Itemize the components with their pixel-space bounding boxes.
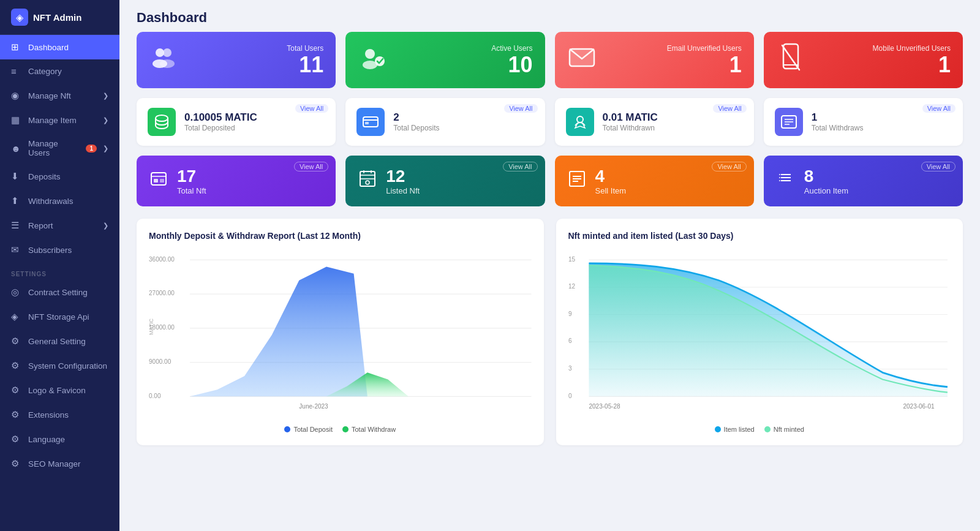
chart2-svg: 15 12 9 6 3 0 (568, 249, 951, 421)
action-label-sell-item: Sell Item (595, 186, 742, 195)
sidebar-item-deposits[interactable]: ⬇ Deposits (0, 164, 119, 189)
view-all-deposits[interactable]: View All (504, 104, 537, 113)
sidebar-item-label: NFT Storage Api (28, 312, 108, 322)
svg-point-3 (160, 59, 175, 68)
view-all-deposited[interactable]: View All (295, 104, 328, 113)
sidebar-item-dashboard[interactable]: ⊞ Dashboard (0, 35, 119, 59)
legend-label-listed: Item listed (724, 426, 755, 433)
sidebar-item-label: General Setting (28, 337, 108, 346)
stat-value-mobile-unverified: 1 (815, 54, 951, 76)
withdrawals-icon: ⬆ (11, 195, 22, 206)
logo-icon: ◈ (11, 9, 28, 26)
svg-text:June-2023: June-2023 (299, 403, 328, 410)
svg-text:36000.00: 36000.00 (149, 256, 175, 263)
svg-text:0.00: 0.00 (149, 393, 161, 399)
sidebar-item-label: SEO Manager (28, 459, 108, 469)
sidebar-item-category[interactable]: ≡ Category (0, 59, 119, 83)
dashboard-content: Total Users 11 Active Users 10 (119, 32, 980, 531)
sidebar-item-label: Language (28, 435, 108, 444)
svg-text:15: 15 (568, 256, 576, 263)
chevron-right-icon: ❯ (103, 92, 108, 100)
svg-text:MATIC: MATIC (149, 318, 154, 335)
sidebar-item-subscribers[interactable]: ✉ Subscribers (0, 238, 119, 262)
info-value-deposits: 2 (393, 111, 533, 124)
sidebar-item-manage-item[interactable]: ▦ Manage Item ❯ (0, 108, 119, 132)
system-config-icon: ⚙ (11, 360, 22, 371)
action-label-auction-item: Auction Item (804, 186, 951, 195)
chevron-right-icon: ❯ (103, 116, 108, 124)
action-card-total-nft: 17 Total Nft View All (137, 156, 336, 206)
legend-label-withdraw: Total Withdraw (352, 426, 396, 433)
sidebar-item-label: Category (28, 67, 108, 76)
view-all-total-nft[interactable]: View All (294, 162, 328, 171)
legend-label-minted: Nft minted (774, 426, 804, 433)
sidebar-item-label: Manage Nft (28, 91, 97, 100)
svg-point-28 (366, 181, 369, 184)
chart-nft-minted-listed: Nft minted and item listed (Last 30 Days… (556, 219, 963, 445)
svg-rect-21 (151, 173, 166, 185)
chevron-right-icon: ❯ (103, 145, 108, 153)
sidebar-item-extensions[interactable]: ⚙ Extensions (0, 402, 119, 427)
sidebar-item-manage-users[interactable]: ☻ Manage Users 1 ❯ (0, 132, 119, 164)
svg-text:2023-06-01: 2023-06-01 (903, 403, 935, 410)
info-value-deposited: 0.10005 MATIC (184, 111, 325, 124)
sell-item-icon (567, 169, 587, 193)
svg-point-16 (577, 116, 583, 122)
view-all-withdrawn[interactable]: View All (713, 104, 746, 113)
legend-dot-deposit (284, 426, 290, 432)
deposited-icon (148, 108, 176, 136)
sidebar-item-language[interactable]: ⚙ Language (0, 427, 119, 451)
info-label-deposited: Total Deposited (184, 124, 325, 132)
legend-dot-minted (764, 426, 771, 432)
sidebar-item-label: Dashboard (28, 43, 108, 52)
view-all-sell-item[interactable]: View All (712, 162, 746, 171)
sidebar-logo: ◈ NFT Admin (0, 0, 119, 35)
chart1-area: 36000.00 27000.00 18000.00 9000.00 0.00 … (149, 249, 532, 421)
chart2-area: 15 12 9 6 3 0 (568, 249, 951, 421)
info-label-withdraws: Total Withdraws (812, 124, 952, 132)
chart2-legend: Item listed Nft minted (568, 426, 951, 433)
sidebar: ◈ NFT Admin ⊞ Dashboard ≡ Category ◉ Man… (0, 0, 119, 531)
view-all-listed-nft[interactable]: View All (503, 162, 537, 171)
sidebar-item-general-setting[interactable]: ⚙ General Setting (0, 329, 119, 353)
manage-nft-icon: ◉ (11, 90, 22, 101)
seo-manager-icon: ⚙ (11, 458, 22, 469)
badge: 1 (86, 145, 97, 153)
view-all-withdraws[interactable]: View All (922, 104, 956, 113)
chart-monthly-deposit-withdraw: Monthly Deposit & Withdraw Report (Last … (137, 219, 544, 445)
stat-value-total-users: 11 (188, 54, 323, 76)
view-all-auction-item[interactable]: View All (921, 162, 956, 171)
general-setting-icon: ⚙ (11, 336, 22, 347)
svg-line-11 (782, 45, 799, 70)
sidebar-item-seo-manager[interactable]: ⚙ SEO Manager (0, 451, 119, 476)
page-title: Dashboard (137, 10, 963, 26)
manage-users-icon: ☻ (11, 143, 22, 154)
sidebar-item-system-config[interactable]: ⚙ System Configuration (0, 353, 119, 378)
sidebar-item-manage-nft[interactable]: ◉ Manage Nft ❯ (0, 83, 119, 108)
legend-total-deposit: Total Deposit (284, 426, 333, 433)
action-card-listed-nft: 12 Listed Nft View All (345, 156, 545, 206)
manage-item-icon: ▦ (11, 115, 22, 126)
logo-favicon-icon: ⚙ (11, 385, 22, 396)
listed-nft-icon (358, 169, 377, 193)
active-users-icon (358, 43, 387, 77)
withdraws-icon (775, 108, 803, 136)
sidebar-item-logo-favicon[interactable]: ⚙ Logo & Favicon (0, 378, 119, 402)
settings-section-label: SETTINGS (0, 262, 119, 280)
total-nft-icon (149, 169, 168, 193)
action-cards-row: 17 Total Nft View All (137, 156, 963, 206)
chart1-svg: 36000.00 27000.00 18000.00 9000.00 0.00 … (149, 249, 532, 421)
svg-point-0 (156, 48, 164, 57)
info-card-total-withdrawn: 0.01 MATIC Total Withdrawn View All (555, 98, 754, 146)
chart2-title: Nft minted and item listed (Last 30 Days… (568, 231, 951, 241)
chevron-right-icon: ❯ (103, 222, 108, 230)
svg-text:9000.00: 9000.00 (149, 358, 172, 365)
sidebar-item-nft-storage-api[interactable]: ◈ NFT Storage Api (0, 304, 119, 329)
sidebar-item-contract-setting[interactable]: ◎ Contract Setting (0, 280, 119, 304)
svg-rect-24 (160, 179, 164, 183)
info-card-total-deposits: 2 Total Deposits View All (345, 98, 545, 146)
svg-rect-15 (365, 122, 369, 124)
sidebar-item-label: Manage Users (28, 139, 80, 157)
sidebar-item-withdrawals[interactable]: ⬆ Withdrawals (0, 189, 119, 213)
sidebar-item-report[interactable]: ☰ Report ❯ (0, 213, 119, 238)
